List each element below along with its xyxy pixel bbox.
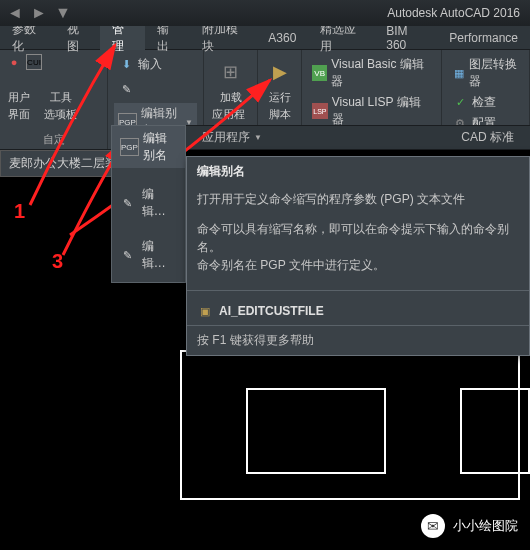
panel-label: 自定 xyxy=(6,130,101,147)
tab-bim360[interactable]: BIM 360 xyxy=(374,26,437,50)
check-icon: ✓ xyxy=(452,95,468,111)
tooltip-help: 按 F1 键获得更多帮助 xyxy=(187,325,529,355)
tab-performance[interactable]: Performance xyxy=(437,26,530,50)
tool-palettes-button[interactable]: 工具 选项板 xyxy=(42,88,79,124)
edit-icon: ✎ xyxy=(118,81,134,97)
menu-item-edit[interactable]: ✎ 编辑… xyxy=(112,182,185,224)
script-icon: ▶ xyxy=(264,56,296,88)
layer-icon: ▦ xyxy=(452,65,465,81)
qat-dropdown[interactable]: ▼ xyxy=(52,3,74,23)
edit-icon: ✎ xyxy=(120,195,136,211)
titlebar: ◄ ► ▼ Autodesk AutoCAD 2016 xyxy=(0,0,530,26)
subtab-cad-std[interactable]: CAD 标准 xyxy=(445,129,530,146)
layer-translator-button[interactable]: ▦ 图层转换器 xyxy=(448,54,523,92)
tab-addons[interactable]: 附加模块 xyxy=(190,26,256,50)
tab-a360[interactable]: A360 xyxy=(256,26,308,50)
quick-access-toolbar: ◄ ► ▼ xyxy=(0,3,74,23)
app-title: Autodesk AutoCAD 2016 xyxy=(387,6,520,20)
tooltip-body: 打开用于定义命令缩写的程序参数 (PGP) 文本文件 命令可以具有缩写名称，即可… xyxy=(187,186,529,284)
tooltip: 编辑别名 打开用于定义命令缩写的程序参数 (PGP) 文本文件 命令可以具有缩写… xyxy=(186,156,530,356)
load-icon: ⊞ xyxy=(215,56,247,88)
chevron-down-icon: ▼ xyxy=(254,133,262,142)
subtab-apps[interactable]: 应用程序 ▼ xyxy=(186,129,278,146)
panel-subtabs: 应用程序 ▼ CAD 标准 xyxy=(186,125,530,149)
annotation-1: 1 xyxy=(14,200,25,223)
drawing-rect xyxy=(460,388,530,474)
import-button[interactable]: ⬇ 输入 xyxy=(114,54,197,75)
edit-icon: ✎ xyxy=(120,247,136,263)
record-icon[interactable]: ● xyxy=(6,54,22,70)
menu-header: PGP 编辑别名 xyxy=(112,126,185,168)
drawing-rect xyxy=(246,388,386,474)
lisp-icon: LSP xyxy=(312,103,328,119)
annotation-3: 3 xyxy=(52,250,63,273)
tooltip-title: 编辑别名 xyxy=(187,157,529,186)
menu-item-edit[interactable]: ✎ 编辑… xyxy=(112,234,185,276)
command-icon: ▣ xyxy=(197,303,213,319)
qat-item[interactable]: ► xyxy=(28,3,50,23)
import-icon: ⬇ xyxy=(118,57,134,73)
tab-featured[interactable]: 精选应用 xyxy=(308,26,374,50)
watermark: ✉ 小小绘图院 xyxy=(421,514,518,538)
tab-parametric[interactable]: 参数化 xyxy=(0,26,55,50)
vb-editor-button[interactable]: VB Visual Basic 编辑器 xyxy=(308,54,435,92)
cui-icon[interactable]: CUI xyxy=(26,54,42,70)
edit-button[interactable]: ✎ xyxy=(114,79,197,99)
tab-view[interactable]: 视图 xyxy=(55,26,100,50)
document-tab[interactable]: 麦郎办公大楼二层装 xyxy=(0,150,126,177)
ribbon-tabs: 参数化 视图 管理 输出 附加模块 A360 精选应用 BIM 360 Perf… xyxy=(0,26,530,50)
check-button[interactable]: ✓ 检查 xyxy=(448,92,523,113)
user-interface-button[interactable]: 用户 界面 xyxy=(6,88,32,124)
wechat-icon: ✉ xyxy=(421,514,445,538)
panel-customize: ● CUI 用户 界面 工具 选项板 自定 xyxy=(0,50,108,149)
pgp-icon: PGP xyxy=(120,138,139,156)
edit-alias-dropdown: PGP 编辑别名 ✎ 编辑… ✎ 编辑… xyxy=(111,125,186,283)
run-script-button[interactable]: ▶ 运行 脚本 xyxy=(264,54,295,124)
tooltip-command: ▣ AI_EDITCUSTFILE xyxy=(187,297,529,325)
tab-output[interactable]: 输出 xyxy=(145,26,190,50)
qat-item[interactable]: ◄ xyxy=(4,3,26,23)
tab-manage[interactable]: 管理 xyxy=(100,26,145,50)
vb-icon: VB xyxy=(312,65,327,81)
